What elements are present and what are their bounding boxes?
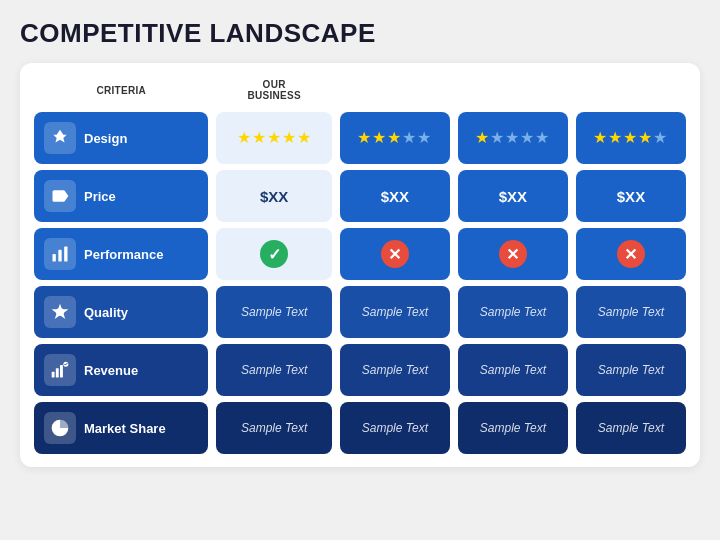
sample-text: Sample Text (480, 363, 546, 377)
sample-text: Sample Text (480, 421, 546, 435)
comp2-revenue: Sample Text (454, 341, 572, 399)
comp3-performance: ✕ (572, 225, 690, 283)
sample-text: Sample Text (241, 305, 307, 319)
header-comp3 (572, 73, 690, 109)
performance-icon (44, 238, 76, 270)
design-icon (44, 122, 76, 154)
revenue-icon (44, 354, 76, 386)
criteria-label-marketshare: Market Share (84, 421, 166, 436)
header-comp1 (336, 73, 454, 109)
svg-rect-6 (56, 368, 59, 377)
svg-point-0 (58, 136, 61, 139)
our-business-price: $XX (212, 167, 335, 225)
our-business-revenue: Sample Text (212, 341, 335, 399)
table-row: Design ★★★★★★★★★★★★★★★★★★★★ (30, 109, 690, 167)
check-icon: ✓ (260, 240, 288, 268)
comp1-design: ★★★★★ (336, 109, 454, 167)
table-body: Design ★★★★★★★★★★★★★★★★★★★★ Price $XX$XX… (30, 109, 690, 457)
sample-text: Sample Text (241, 363, 307, 377)
table-header: CRITERIA OURBUSINESS (30, 73, 690, 109)
our-business-marketshare: Sample Text (212, 399, 335, 457)
comp2-design: ★★★★★ (454, 109, 572, 167)
quality-icon (44, 296, 76, 328)
comp1-performance: ✕ (336, 225, 454, 283)
table-row: Market Share Sample TextSample TextSampl… (30, 399, 690, 457)
sample-text: Sample Text (480, 305, 546, 319)
criteria-cell-marketshare: Market Share (30, 399, 212, 457)
header-criteria: CRITERIA (30, 73, 212, 109)
our-business-performance: ✓ (212, 225, 335, 283)
comp3-revenue: Sample Text (572, 341, 690, 399)
svg-rect-7 (60, 365, 63, 378)
main-card: CRITERIA OURBUSINESS Design ★★★★★★★★★★★★… (20, 63, 700, 467)
svg-rect-1 (53, 254, 56, 262)
criteria-label-quality: Quality (84, 305, 128, 320)
comp2-performance: ✕ (454, 225, 572, 283)
header-comp2 (454, 73, 572, 109)
marketshare-icon (44, 412, 76, 444)
comp3-marketshare: Sample Text (572, 399, 690, 457)
price-icon (44, 180, 76, 212)
criteria-cell-performance: Performance (30, 225, 212, 283)
svg-rect-5 (52, 372, 55, 378)
sample-text: Sample Text (241, 421, 307, 435)
sample-text: Sample Text (598, 363, 664, 377)
svg-rect-3 (64, 247, 67, 262)
criteria-label-performance: Performance (84, 247, 163, 262)
table-row: Quality Sample TextSample TextSample Tex… (30, 283, 690, 341)
price-value: $XX (499, 188, 527, 205)
criteria-label-design: Design (84, 131, 127, 146)
comp2-price: $XX (454, 167, 572, 225)
our-business-design: ★★★★★ (212, 109, 335, 167)
sample-text: Sample Text (598, 421, 664, 435)
cross-icon: ✕ (617, 240, 645, 268)
table-row: Performance ✓✕✕✕ (30, 225, 690, 283)
price-value: $XX (381, 188, 409, 205)
criteria-cell-revenue: Revenue (30, 341, 212, 399)
price-value: $XX (617, 188, 645, 205)
criteria-label-price: Price (84, 189, 116, 204)
comp2-marketshare: Sample Text (454, 399, 572, 457)
table-row: Revenue Sample TextSample TextSample Tex… (30, 341, 690, 399)
sample-text: Sample Text (362, 421, 428, 435)
price-value: $XX (260, 188, 288, 205)
criteria-cell-quality: Quality (30, 283, 212, 341)
cross-icon: ✕ (499, 240, 527, 268)
comparison-table: CRITERIA OURBUSINESS Design ★★★★★★★★★★★★… (30, 73, 690, 457)
comp1-revenue: Sample Text (336, 341, 454, 399)
table-row: Price $XX$XX$XX$XX (30, 167, 690, 225)
header-our-business: OURBUSINESS (212, 73, 335, 109)
criteria-label-revenue: Revenue (84, 363, 138, 378)
sample-text: Sample Text (362, 305, 428, 319)
our-business-quality: Sample Text (212, 283, 335, 341)
comp3-quality: Sample Text (572, 283, 690, 341)
comp3-design: ★★★★★ (572, 109, 690, 167)
comp1-quality: Sample Text (336, 283, 454, 341)
criteria-cell-design: Design (30, 109, 212, 167)
page: COMPETITIVE LANDSCAPE CRITERIA OURBUSINE… (0, 0, 720, 540)
comp1-price: $XX (336, 167, 454, 225)
comp2-quality: Sample Text (454, 283, 572, 341)
cross-icon: ✕ (381, 240, 409, 268)
sample-text: Sample Text (598, 305, 664, 319)
comp1-marketshare: Sample Text (336, 399, 454, 457)
page-title: COMPETITIVE LANDSCAPE (20, 18, 700, 49)
svg-rect-2 (58, 250, 61, 262)
sample-text: Sample Text (362, 363, 428, 377)
comp3-price: $XX (572, 167, 690, 225)
criteria-cell-price: Price (30, 167, 212, 225)
